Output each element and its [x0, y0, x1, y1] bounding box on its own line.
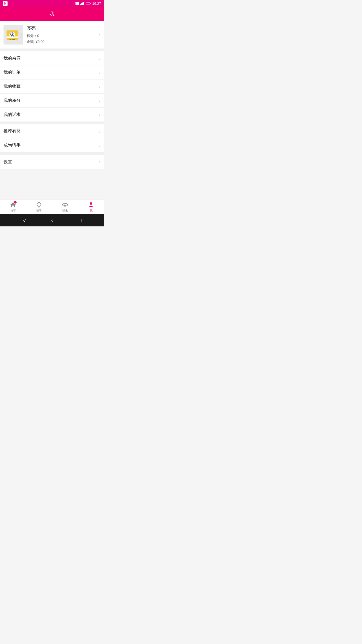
status-bar-right: 16:27 [75, 2, 101, 6]
chevron-right-icon: › [99, 159, 101, 165]
eye-icon [62, 202, 68, 208]
svg-rect-9 [90, 3, 90, 4]
profile-chevron-icon: › [99, 32, 101, 38]
time-display: 16:27 [92, 2, 101, 6]
menu-item-my-orders-label: 我的订单 [4, 69, 21, 75]
menu-item-my-orders[interactable]: 我的订单 › [0, 65, 104, 79]
profile-info: 亮亮 积分：0 余额: ¥0.00 [27, 25, 99, 44]
page-header: 我 [0, 7, 104, 21]
svg-rect-4 [80, 4, 81, 5]
chevron-right-icon: › [99, 84, 101, 89]
chevron-right-icon: › [99, 128, 101, 134]
menu-group-2: 推荐有奖 › 成为猎手 › [0, 124, 104, 152]
profile-name: 亮亮 [27, 25, 99, 31]
menu-group-3: 设置 › [0, 155, 104, 169]
recent-button[interactable]: □ [79, 218, 81, 223]
person-icon [88, 202, 94, 208]
nav-complaint-label: 诉求 [62, 209, 68, 213]
menu-item-my-complaints[interactable]: 我的诉求 › [0, 108, 104, 122]
nav-me-label: 我 [90, 209, 93, 213]
wifi-icon [75, 2, 79, 5]
nav-item-complaint[interactable]: 诉求 [52, 199, 78, 214]
status-bar-left [3, 1, 8, 6]
menu-item-become-hunter[interactable]: 成为猎手 › [0, 138, 104, 152]
svg-rect-10 [86, 3, 88, 5]
menu-item-my-balance-label: 我的余额 [4, 55, 21, 61]
nav-hunter-label: 猎手 [36, 209, 42, 213]
svg-point-18 [12, 34, 13, 35]
svg-rect-6 [82, 3, 83, 5]
chevron-right-icon: › [99, 112, 101, 117]
menu-item-settings-label: 设置 [4, 159, 12, 165]
menu-item-recommend-reward-label: 推荐有奖 [4, 128, 21, 134]
svg-text:LIK ABLE: LIK ABLE [10, 38, 16, 40]
svg-point-26 [90, 202, 92, 205]
menu-item-recommend-reward[interactable]: 推荐有奖 › [0, 124, 104, 138]
menu-item-settings[interactable]: 设置 › [0, 155, 104, 169]
svg-rect-5 [81, 3, 82, 5]
menu-item-become-hunter-label: 成为猎手 [4, 142, 21, 148]
group-divider-2 [0, 152, 104, 155]
app-logo-icon [3, 1, 8, 6]
avatar-image: LIK ABLE [4, 25, 23, 45]
menu-item-my-points[interactable]: 我的积分 › [0, 94, 104, 108]
chevron-right-icon: › [99, 98, 101, 103]
svg-marker-21 [37, 202, 41, 208]
nav-item-me[interactable]: 我 [78, 199, 104, 214]
menu-item-my-complaints-label: 我的诉求 [4, 112, 21, 117]
profile-section[interactable]: LIK ABLE 亮亮 积分：0 余额: ¥0.00 › [0, 21, 104, 49]
nav-item-hunter[interactable]: 猎手 [26, 199, 52, 214]
svg-rect-7 [83, 2, 84, 5]
chevron-right-icon: › [99, 142, 101, 148]
menu-item-my-favorites[interactable]: 我的收藏 › [0, 79, 104, 94]
chevron-right-icon: › [99, 69, 101, 75]
nav-item-home[interactable]: 首页 [0, 199, 26, 214]
home-badge [14, 201, 17, 204]
diamond-icon [36, 202, 42, 208]
system-nav-bar: ◁ ○ □ [0, 214, 104, 226]
menu-item-my-balance[interactable]: 我的余额 › [0, 51, 104, 65]
profile-points: 积分：0 [27, 34, 99, 38]
back-button[interactable]: ◁ [23, 218, 26, 223]
bottom-navigation: 首页 猎手 诉求 我 [0, 199, 104, 214]
page-title: 我 [50, 11, 55, 17]
signal-icon [80, 2, 84, 5]
profile-balance: 余额: ¥0.00 [27, 40, 99, 44]
avatar: LIK ABLE [4, 25, 23, 45]
menu-group-1: 我的余额 › 我的订单 › 我的收藏 › 我的积分 › 我的诉求 › [0, 51, 104, 122]
status-bar: 16:27 [0, 0, 104, 7]
chevron-right-icon: › [99, 55, 101, 61]
menu-item-my-points-label: 我的积分 [4, 98, 21, 103]
svg-point-25 [64, 204, 66, 206]
section-divider-1 [0, 49, 104, 51]
bottom-content-area [0, 169, 104, 199]
group-divider-1 [0, 122, 104, 124]
menu-item-my-favorites-label: 我的收藏 [4, 84, 21, 89]
home-button[interactable]: ○ [51, 218, 54, 223]
nav-home-label: 首页 [10, 209, 16, 213]
battery-icon [86, 2, 91, 5]
